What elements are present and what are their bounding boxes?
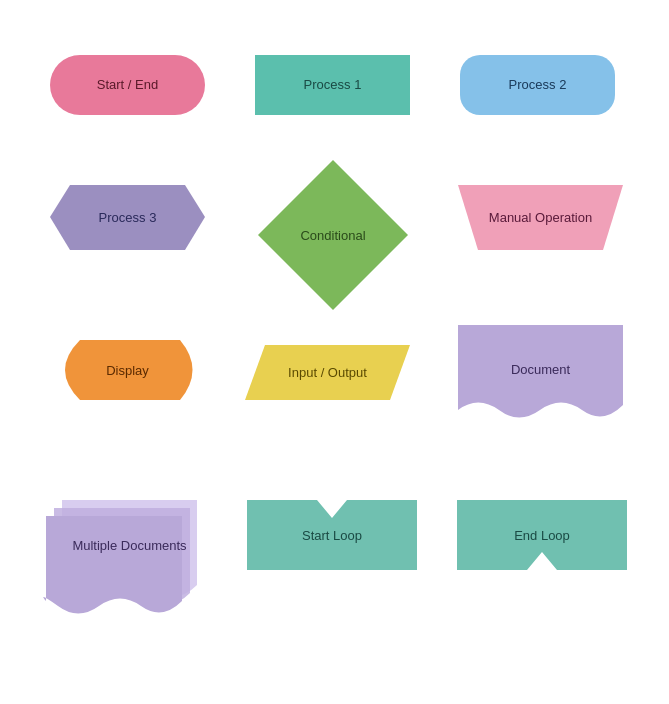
process3-label: Process 3 xyxy=(50,185,205,250)
document-label: Document xyxy=(458,325,623,413)
process2-shape: Process 2 xyxy=(460,55,615,115)
manual-operation-shape: Manual Operation xyxy=(458,185,623,250)
start-loop-label: Start Loop xyxy=(247,500,417,570)
display-shape: Display xyxy=(50,340,205,400)
multiple-documents-label: Multiple Documents xyxy=(42,490,217,620)
display-label: Display xyxy=(50,340,205,400)
conditional-label: Conditional xyxy=(253,155,413,315)
io-label: Input / Output xyxy=(245,345,410,400)
process2-label: Process 2 xyxy=(509,77,567,94)
conditional-shape: Conditional xyxy=(253,155,413,315)
end-loop-shape: End Loop xyxy=(457,500,627,580)
manual-operation-label: Manual Operation xyxy=(458,185,623,250)
start-end-label: Start / End xyxy=(97,77,158,94)
start-loop-shape: Start Loop xyxy=(247,500,417,580)
process1-label: Process 1 xyxy=(304,77,362,94)
io-shape: Input / Output xyxy=(245,345,410,400)
start-end-shape: Start / End xyxy=(50,55,205,115)
multiple-documents-shape: Multiple Documents xyxy=(42,490,217,620)
document-shape: Document xyxy=(458,325,623,425)
process1-shape: Process 1 xyxy=(255,55,410,115)
flowchart-canvas: Start / End Process 1 Process 2 Process … xyxy=(0,0,669,704)
process3-shape: Process 3 xyxy=(50,185,205,250)
end-loop-label: End Loop xyxy=(457,500,627,570)
